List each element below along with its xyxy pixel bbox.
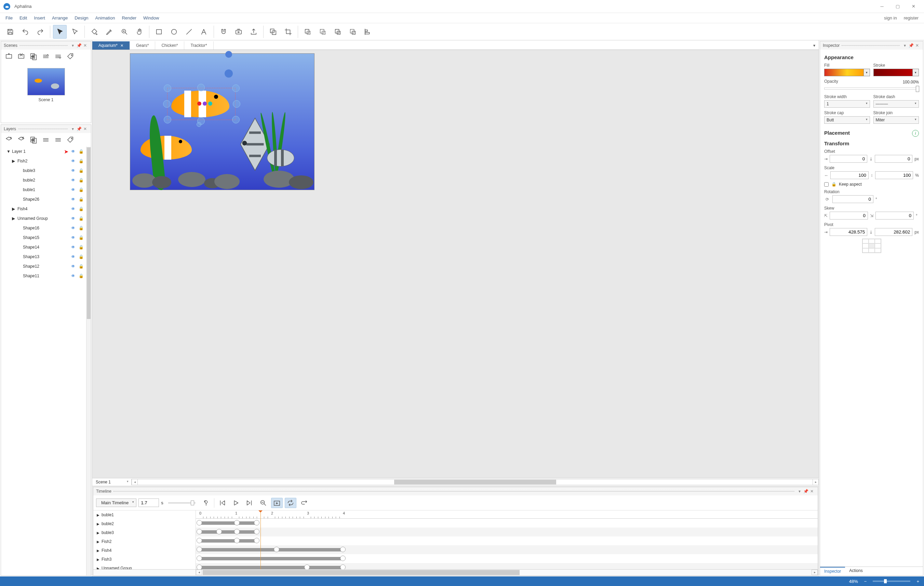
keyframe[interactable] [340, 565, 346, 569]
timeline-track[interactable] [196, 545, 818, 554]
layer-row[interactable]: ▼Layer 1➤👁🔒 [1, 147, 86, 156]
preview-button[interactable] [271, 498, 283, 508]
duplicate-layer-button[interactable]: ×2 [28, 135, 39, 145]
timeline-hscroll[interactable]: ◂▸ [93, 569, 818, 575]
scene-down-button[interactable] [53, 51, 63, 61]
add-keyframe-button[interactable] [200, 498, 212, 508]
visibility-icon[interactable]: 👁 [70, 197, 77, 202]
zoom-in-icon[interactable]: + [916, 579, 919, 584]
pivot-anchor-grid[interactable] [862, 239, 881, 253]
pivot-y-input[interactable] [875, 228, 912, 236]
scene-up-button[interactable] [41, 51, 51, 61]
canvas-hscroll[interactable]: ◂▸ [132, 479, 819, 485]
expand-icon[interactable]: ▶ [12, 158, 16, 163]
expand-icon[interactable]: ▶ [12, 206, 16, 211]
play-button[interactable] [230, 498, 242, 508]
stroke-dash-input[interactable]: ——— [873, 100, 919, 108]
layer-row[interactable]: Shape12👁🔒 [1, 262, 86, 271]
visibility-icon[interactable]: 👁 [70, 274, 77, 278]
align-tool[interactable] [361, 25, 375, 39]
layer-row[interactable]: Shape26👁🔒 [1, 195, 86, 204]
undo-button[interactable] [18, 25, 32, 39]
lock-icon[interactable]: 🔒 [78, 158, 84, 163]
menu-design[interactable]: Design [71, 14, 92, 22]
close-icon[interactable]: ✕ [120, 43, 124, 48]
timeline-tracks[interactable]: 01234 [196, 510, 818, 569]
stroke-cap-input[interactable]: Butt [824, 116, 870, 124]
scale-x-input[interactable] [830, 171, 869, 179]
save-button[interactable] [3, 25, 17, 39]
visibility-icon[interactable]: 👁 [70, 168, 77, 173]
sel-handle[interactable] [233, 100, 240, 108]
expand-icon[interactable]: ▼ [7, 149, 11, 154]
stroke-join-input[interactable]: Miter [873, 116, 919, 124]
lock-icon[interactable]: 🔒 [78, 149, 84, 154]
time-input[interactable] [139, 499, 159, 507]
timeline-ruler[interactable]: 01234 [196, 510, 818, 518]
timeline-track[interactable] [196, 536, 818, 545]
visibility-icon[interactable]: 👁 [70, 245, 77, 249]
pan-tool[interactable] [133, 25, 146, 39]
add-scene-button[interactable] [4, 51, 14, 61]
ellipse-tool[interactable] [167, 25, 181, 39]
menu-animation[interactable]: Animation [92, 14, 119, 22]
skew-y-input[interactable] [875, 211, 914, 220]
window-close-button[interactable]: ✕ [906, 2, 921, 12]
layer-row[interactable]: Shape15👁🔒 [1, 233, 86, 243]
layers-tree[interactable]: ▼Layer 1➤👁🔒▶Fish2👁🔒buble3👁🔒buble2👁🔒buble… [1, 147, 86, 575]
keyframe[interactable] [196, 520, 202, 525]
lock-icon[interactable]: 🔒 [78, 274, 84, 278]
lock-icon[interactable]: 🔒 [78, 226, 84, 230]
timeline-track-name[interactable]: ▶Fish4 [93, 546, 196, 555]
timeline-track-names[interactable]: ▶buble1▶buble2▶buble3▶Fish2▶Fish4▶Fish3▶… [93, 510, 196, 569]
timeline-track-name[interactable]: ▶buble2 [93, 519, 196, 528]
visibility-icon[interactable]: 👁 [70, 216, 77, 221]
loop-button[interactable] [285, 498, 296, 508]
keyframe[interactable] [196, 538, 202, 543]
tag-layer-button[interactable] [65, 135, 76, 145]
delete-scene-button[interactable] [16, 51, 26, 61]
keyframe[interactable] [304, 565, 310, 569]
go-to-start-button[interactable] [216, 498, 228, 508]
lock-icon[interactable]: 🔒 [78, 206, 84, 211]
timeline-playhead[interactable] [261, 510, 261, 569]
sel-handle[interactable] [164, 116, 171, 124]
export-tool[interactable] [247, 25, 261, 39]
stroke-swatch[interactable]: ▾ [873, 69, 919, 76]
rotate-handle[interactable] [196, 122, 201, 127]
register-link[interactable]: register [901, 14, 922, 22]
keep-aspect-checkbox[interactable] [824, 182, 828, 187]
window-minimize-button[interactable]: ─ [874, 2, 890, 12]
lock-icon[interactable]: 🔒 [78, 245, 84, 249]
zoom-tool[interactable] [117, 25, 131, 39]
visibility-icon[interactable]: 👁 [70, 149, 77, 154]
layer-row[interactable]: ▶Unnamed Group👁🔒 [1, 214, 86, 223]
stroke-width-input[interactable]: 1 [824, 100, 870, 108]
keyframe[interactable] [254, 520, 259, 525]
lock-icon[interactable]: 🔒 [78, 254, 84, 259]
exclude-tool[interactable] [346, 25, 360, 39]
sel-handle[interactable] [164, 84, 171, 92]
text-tool[interactable] [197, 25, 211, 39]
fish-small[interactable] [267, 149, 294, 167]
layer-down-button[interactable] [53, 135, 63, 145]
menu-file[interactable]: File [2, 14, 16, 22]
lock-icon[interactable]: 🔒 [78, 264, 84, 269]
visibility-icon[interactable]: 👁 [70, 187, 77, 192]
layer-up-button[interactable] [41, 135, 51, 145]
keyframe[interactable] [216, 529, 222, 534]
subtract-tool[interactable] [331, 25, 345, 39]
line-tool[interactable] [182, 25, 196, 39]
panel-close-icon[interactable]: ✕ [82, 127, 88, 131]
keyframe[interactable] [254, 529, 259, 534]
layer-row[interactable]: Shape14👁🔒 [1, 243, 86, 252]
layer-row[interactable]: ▶Fish4👁🔒 [1, 204, 86, 214]
panel-menu-icon[interactable]: ▾ [797, 489, 803, 494]
timeline-track-name[interactable]: ▶Unnamed Group [93, 564, 196, 569]
menu-edit[interactable]: Edit [16, 14, 30, 22]
animation-player-tool[interactable] [232, 25, 246, 39]
panel-pin-icon[interactable]: 📌 [76, 127, 82, 131]
fish3-shape[interactable] [140, 136, 192, 160]
layers-scrollbar[interactable] [86, 147, 91, 575]
duplicate-scene-button[interactable]: ×2 [28, 51, 39, 61]
